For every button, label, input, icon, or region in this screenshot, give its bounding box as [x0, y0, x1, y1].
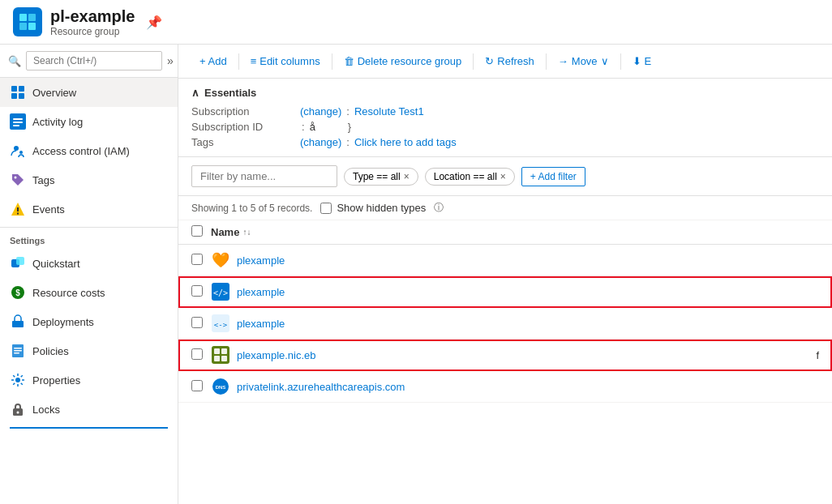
row5-name-link[interactable]: privatelink.azurehealthcareapis.com — [237, 381, 405, 393]
iam-icon — [10, 143, 26, 159]
row5-check-cell — [191, 380, 211, 394]
type-filter-chip[interactable]: Type == all × — [344, 168, 418, 186]
page-title: pl-example — [50, 6, 135, 26]
resources-table: Name ↑↓ 🧡 plexample — [178, 220, 832, 504]
row3-name-link[interactable]: plexample — [237, 318, 285, 330]
svg-rect-23 — [14, 348, 22, 349]
row2-name-link[interactable]: plexample — [237, 286, 285, 298]
svg-rect-37 — [221, 356, 227, 361]
table-row-highlighted: </> plexample — [178, 276, 832, 308]
refresh-icon: ↻ — [485, 55, 494, 67]
row2-checkbox[interactable] — [191, 285, 203, 297]
delete-icon: 🗑 — [344, 55, 354, 67]
essentials-subscription-id-row: Subscription ID : å } — [191, 121, 819, 133]
location-filter-chip[interactable]: Location == all × — [425, 168, 515, 186]
show-hidden-checkbox[interactable] — [320, 203, 332, 214]
policies-icon — [10, 343, 26, 359]
title-group: pl-example Resource group — [50, 6, 135, 37]
svg-rect-15 — [17, 207, 19, 211]
row4-name-link[interactable]: plexample.nic.eb — [237, 349, 803, 361]
table-row-highlighted-2: plexample.nic.eb f — [178, 340, 832, 371]
edit-columns-button[interactable]: ≡ Edit columns — [242, 51, 328, 71]
collapse-icon[interactable]: » — [167, 54, 174, 67]
svg-text:DNS: DNS — [216, 385, 226, 390]
records-bar: Showing 1 to 5 of 5 records. Show hidden… — [178, 196, 832, 220]
row3-checkbox[interactable] — [191, 317, 203, 328]
essentials-chevron: ∧ — [191, 87, 199, 99]
svg-rect-0 — [19, 14, 27, 21]
delete-label: Delete resource group — [358, 55, 462, 67]
refresh-label: Refresh — [497, 55, 534, 67]
delete-button[interactable]: 🗑 Delete resource group — [336, 51, 470, 71]
svg-text:<->: <-> — [214, 321, 228, 329]
sidebar-item-quickstart[interactable]: Quickstart — [0, 249, 178, 278]
svg-rect-9 — [13, 122, 23, 123]
sidebar-item-resource-costs[interactable]: $ Resource costs — [0, 278, 178, 307]
sidebar-search-container: 🔍 » — [0, 45, 178, 78]
deployments-icon — [10, 314, 26, 330]
filter-input[interactable] — [191, 165, 337, 187]
svg-rect-36 — [214, 356, 220, 361]
filter-row: Type == all × Location == all × + Add fi… — [178, 157, 832, 196]
svg-text:$: $ — [15, 288, 20, 297]
pin-icon[interactable]: 📌 — [146, 15, 162, 30]
show-hidden-label[interactable]: Show hidden types — [320, 202, 426, 214]
subscription-value-link[interactable]: Resolute Test1 — [354, 105, 424, 117]
sidebar-item-policies[interactable]: Policies — [0, 336, 178, 365]
add-button[interactable]: + Add — [191, 51, 235, 71]
edit-columns-icon: ≡ — [251, 55, 257, 67]
show-hidden-text: Show hidden types — [337, 202, 426, 214]
sidebar-item-tags[interactable]: Tags — [0, 165, 178, 194]
row4-check-cell — [191, 348, 211, 362]
quickstart-icon — [10, 255, 26, 271]
sidebar-item-events[interactable]: Events — [0, 194, 178, 224]
row3-check-cell — [191, 317, 211, 331]
location-filter-close-icon[interactable]: × — [500, 171, 506, 182]
row1-checkbox[interactable] — [191, 254, 203, 265]
sidebar-item-deployments[interactable]: Deployments — [0, 307, 178, 336]
row4-checkbox[interactable] — [191, 348, 203, 360]
add-filter-button[interactable]: + Add filter — [521, 167, 585, 186]
move-chevron: ∨ — [601, 55, 609, 67]
row2-icon: </> — [211, 282, 230, 301]
row2-check-cell — [191, 285, 211, 299]
toolbar-sep-2 — [332, 53, 332, 70]
svg-rect-8 — [13, 118, 23, 120]
svg-rect-18 — [16, 257, 24, 265]
row4-extra: f — [803, 349, 819, 361]
move-label: Move — [572, 55, 598, 67]
name-column-header[interactable]: Name ↑↓ — [211, 226, 251, 238]
header-check-cell — [191, 225, 211, 239]
row1-name-link[interactable]: plexample — [237, 254, 285, 267]
select-all-checkbox[interactable] — [191, 225, 203, 237]
sidebar-item-overview-label: Overview — [32, 87, 76, 99]
essentials-header: ∧ Essentials — [191, 87, 819, 99]
svg-point-11 — [14, 146, 19, 151]
sidebar-item-tags-label: Tags — [32, 174, 54, 186]
row5-checkbox[interactable] — [191, 380, 203, 391]
overview-icon — [10, 84, 26, 100]
search-input[interactable] — [26, 51, 162, 70]
subscription-change-link[interactable]: (change) — [300, 105, 341, 117]
essentials-section: ∧ Essentials Subscription (change) : Res… — [178, 79, 832, 157]
svg-point-26 — [15, 378, 20, 382]
row5-icon: DNS — [211, 377, 230, 396]
sidebar-item-iam[interactable]: Access control (IAM) — [0, 136, 178, 165]
resource-costs-icon: $ — [10, 284, 26, 301]
download-button[interactable]: ⬇ E — [624, 51, 660, 71]
subscription-key: Subscription — [191, 105, 297, 117]
sidebar-item-properties[interactable]: Properties — [0, 365, 178, 395]
move-button[interactable]: → Move ∨ — [550, 51, 617, 71]
toolbar-sep-5 — [620, 53, 621, 70]
toolbar-sep-3 — [473, 53, 474, 70]
type-filter-close-icon[interactable]: × — [404, 171, 410, 182]
subscription-id-value: å — [310, 121, 315, 133]
show-hidden-info-icon[interactable]: ⓘ — [434, 201, 444, 215]
tags-change-link[interactable]: (change) — [300, 136, 341, 148]
refresh-button[interactable]: ↻ Refresh — [477, 51, 543, 71]
settings-section-label: Settings — [0, 227, 178, 249]
sidebar-item-activity-log[interactable]: Activity log — [0, 107, 178, 136]
sidebar-item-locks[interactable]: Locks — [0, 395, 178, 424]
tags-value-link[interactable]: Click here to add tags — [354, 136, 457, 148]
sidebar-item-overview[interactable]: Overview — [0, 78, 178, 107]
